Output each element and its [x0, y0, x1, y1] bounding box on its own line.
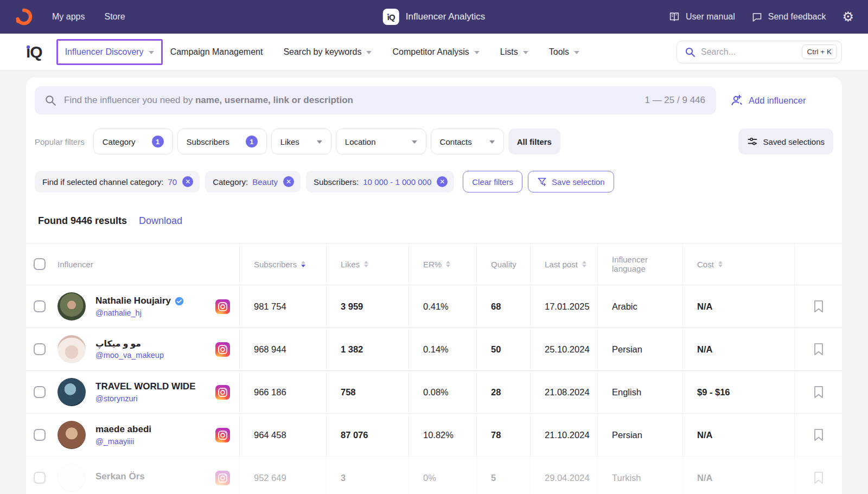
filter-subscribers-button[interactable]: Subscribers 1	[177, 129, 267, 155]
app-header: iQ Influencer Analytics	[383, 0, 485, 34]
row-checkbox[interactable]	[34, 386, 46, 398]
instagram-icon[interactable]	[215, 471, 230, 485]
filter-likes-button[interactable]: Likes	[271, 129, 331, 155]
language-value: Arabic	[597, 285, 682, 328]
remove-filter-icon[interactable]: ✕	[182, 176, 193, 187]
table-row: Nathalie Houjairy @nathalie_hj 981 754 3…	[26, 285, 842, 328]
pagination-counter: 1 — 25 / 9 446	[644, 95, 705, 106]
send-feedback-button[interactable]: Send feedback	[751, 11, 826, 23]
clear-filters-button[interactable]: Clear filters	[463, 171, 522, 193]
filter-location-button[interactable]: Location	[336, 129, 426, 155]
row-checkbox[interactable]	[34, 300, 46, 312]
topbar-my-apps-link[interactable]: My apps	[52, 12, 85, 22]
column-subscribers[interactable]: Subscribers	[239, 243, 326, 285]
bookmark-icon[interactable]	[813, 343, 824, 356]
influencer-search-input[interactable]: Find the influencer you need by name, us…	[35, 86, 716, 114]
global-search-input[interactable]: Search... Ctrl + K	[676, 41, 842, 63]
saved-selections-button[interactable]: Saved selections	[738, 129, 833, 155]
influencer-username[interactable]: @moo_va_makeup	[95, 351, 164, 360]
sort-icon	[446, 261, 450, 268]
influencer-name[interactable]: مو و ميكاپ	[95, 339, 141, 349]
column-language: Influencer language	[597, 243, 682, 285]
column-cost[interactable]: Cost	[682, 243, 794, 285]
table-row: Serkan Örs 952 649 3 0% 5 29.04.2024 Tur…	[26, 456, 842, 494]
table-row: TRAVEL WORLD WIDE @storynzuri 966 186 75…	[26, 370, 842, 413]
chat-icon	[751, 11, 763, 23]
add-influencer-button[interactable]: Add influencer	[729, 93, 833, 107]
influencer-search-placeholder: Find the influencer you need by name, us…	[64, 95, 353, 106]
download-link[interactable]: Download	[139, 215, 182, 227]
nav-item-competitor-analysis[interactable]: Competitor Analysis	[392, 47, 479, 57]
chevron-down-icon	[149, 51, 154, 54]
select-all-checkbox[interactable]	[34, 258, 46, 270]
row-checkbox[interactable]	[34, 472, 46, 484]
save-selection-button[interactable]: Save selection	[528, 171, 614, 193]
influencer-name[interactable]: maede abedi	[95, 424, 151, 435]
instagram-icon[interactable]	[215, 428, 230, 442]
language-value: Persian	[597, 328, 682, 370]
instagram-icon[interactable]	[215, 385, 230, 400]
nav-item-campaign-management[interactable]: Campaign Management	[170, 47, 263, 57]
filter-contacts-button[interactable]: Contacts	[431, 129, 504, 155]
all-filters-button[interactable]: All filters	[508, 129, 560, 155]
chevron-down-icon	[523, 51, 528, 54]
likes-value: 758	[326, 371, 409, 413]
category-filter-count-badge: 1	[152, 136, 164, 147]
iq-logo[interactable]: iQ	[26, 44, 42, 60]
nav-item-tools[interactable]: Tools	[549, 47, 579, 57]
influencer-username[interactable]: @_maayiiii	[95, 437, 151, 446]
column-likes[interactable]: Likes	[326, 243, 409, 285]
quality-value: 5	[476, 457, 530, 494]
subscribers-value: 952 649	[239, 457, 326, 494]
avatar	[58, 335, 86, 363]
applied-filter-chip-subscribers: Subscribers: 10 000 - 1 000 000 ✕	[306, 171, 454, 193]
bookmark-icon[interactable]	[813, 386, 824, 399]
book-icon	[668, 11, 680, 23]
column-er[interactable]: ER%	[409, 243, 476, 285]
bookmark-icon[interactable]	[813, 428, 824, 441]
filter-category-button[interactable]: Category 1	[93, 129, 173, 155]
column-last-post[interactable]: Last post	[530, 243, 597, 285]
bookmark-icon[interactable]	[813, 300, 824, 313]
influencer-name[interactable]: Nathalie Houjairy	[95, 296, 171, 306]
er-value: 0%	[409, 457, 476, 494]
row-checkbox[interactable]	[34, 429, 46, 441]
influencer-name[interactable]: TRAVEL WORLD WIDE	[95, 381, 195, 392]
remove-filter-icon[interactable]: ✕	[437, 176, 448, 187]
app-title: Influencer Analytics	[406, 11, 485, 22]
search-shortcut-badge: Ctrl + K	[802, 44, 837, 59]
influencer-name[interactable]: Serkan Örs	[95, 471, 145, 482]
last-post-value: 25.10.2024	[530, 328, 597, 370]
instagram-icon[interactable]	[215, 342, 230, 357]
sort-icon	[718, 261, 723, 268]
settings-gear-icon[interactable]: ⚙	[842, 10, 854, 23]
quality-value: 68	[476, 285, 530, 328]
nav-item-search-by-keywords[interactable]: Search by keywords	[283, 47, 372, 57]
search-icon	[44, 94, 56, 106]
likes-value: 1 382	[326, 328, 409, 370]
last-post-value: 29.04.2024	[530, 457, 597, 494]
user-manual-button[interactable]: User manual	[668, 11, 735, 23]
semrush-logo-icon[interactable]	[14, 7, 34, 27]
cost-value: N/A	[682, 414, 794, 456]
influencer-username[interactable]: @nathalie_hj	[95, 309, 184, 317]
row-checkbox[interactable]	[34, 343, 46, 355]
cost-value: N/A	[682, 285, 794, 328]
chevron-down-icon	[366, 51, 372, 54]
subscribers-filter-count-badge: 1	[246, 136, 258, 147]
bookmark-icon[interactable]	[813, 471, 824, 484]
er-value: 0.08%	[409, 371, 476, 413]
topbar-store-link[interactable]: Store	[104, 12, 125, 22]
nav-item-influencer-discovery[interactable]: Influencer Discovery	[65, 47, 154, 57]
nav-item-lists[interactable]: Lists	[500, 47, 528, 57]
table-row: مو و ميكاپ @moo_va_makeup 968 944 1 382 …	[26, 328, 842, 370]
influencer-username[interactable]: @storynzuri	[95, 394, 195, 403]
last-post-value: 17.01.2025	[530, 285, 597, 328]
remove-filter-icon[interactable]: ✕	[283, 176, 294, 187]
column-quality: Quality	[476, 243, 530, 285]
avatar	[58, 378, 86, 406]
chevron-down-icon	[474, 51, 480, 54]
instagram-icon[interactable]	[215, 299, 230, 314]
language-value: Turkish	[597, 457, 682, 494]
avatar	[58, 421, 86, 449]
